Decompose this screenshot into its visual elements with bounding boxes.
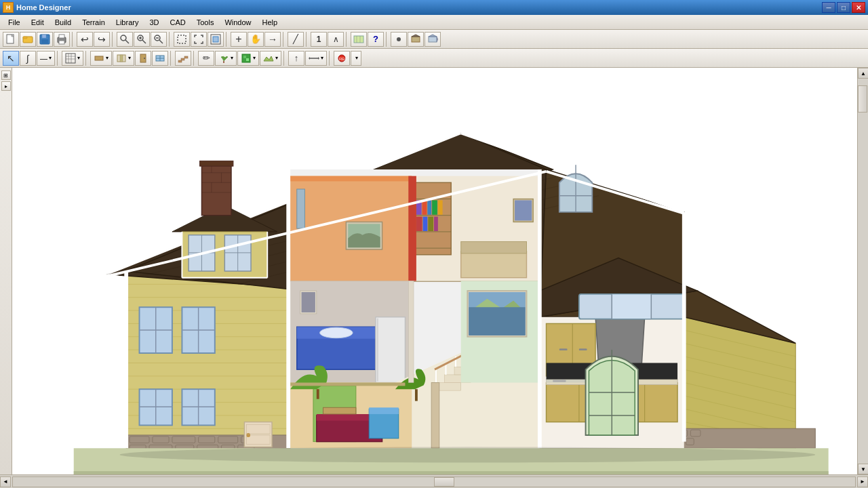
- main-area: ⊞ ▸: [0, 68, 868, 474]
- dimension-dropdown[interactable]: ▾: [305, 51, 327, 66]
- svg-point-23: [397, 37, 401, 41]
- scroll-right-button[interactable]: ►: [857, 476, 868, 487]
- minimize-button[interactable]: ─: [822, 2, 835, 13]
- window-button[interactable]: [152, 51, 168, 66]
- curve-tool-button[interactable]: ∫: [20, 51, 36, 66]
- svg-marker-51: [318, 57, 319, 60]
- redo-button[interactable]: ↪: [94, 32, 110, 47]
- print-button[interactable]: [54, 32, 70, 47]
- maximize-button[interactable]: □: [837, 2, 850, 13]
- svg-marker-28: [437, 37, 438, 42]
- h-scroll-track[interactable]: [12, 476, 856, 487]
- select-rect-button[interactable]: [174, 32, 190, 47]
- open-button[interactable]: [20, 32, 36, 47]
- svg-rect-20: [213, 37, 218, 42]
- svg-rect-182: [376, 317, 406, 383]
- svg-rect-43: [181, 58, 184, 60]
- undo-button[interactable]: ↩: [77, 32, 93, 47]
- record-dropdown[interactable]: ▾: [351, 51, 361, 66]
- svg-line-16: [159, 40, 163, 43]
- line-dropdown[interactable]: —▾: [37, 51, 55, 66]
- svg-rect-240: [553, 380, 566, 382]
- record-button[interactable]: REC: [334, 51, 350, 66]
- menu-cad[interactable]: CAD: [164, 17, 191, 28]
- menu-3d[interactable]: 3D: [144, 17, 164, 28]
- svg-rect-238: [579, 348, 587, 350]
- svg-line-12: [142, 40, 146, 43]
- menu-library[interactable]: Library: [111, 17, 144, 28]
- toolbar-main: ↩ ↪ + ✋ → ╱ 1 ∧ ?: [0, 30, 868, 49]
- map-button[interactable]: [351, 32, 367, 47]
- search-button[interactable]: [117, 32, 133, 47]
- dimension-button[interactable]: ↑: [288, 51, 304, 66]
- menu-edit[interactable]: Edit: [26, 17, 50, 28]
- pan-button[interactable]: ✋: [248, 32, 264, 47]
- svg-point-38: [144, 58, 145, 59]
- stairs-button[interactable]: [175, 51, 191, 66]
- close-button[interactable]: ✕: [852, 2, 865, 13]
- svg-rect-261: [612, 294, 651, 319]
- chevup-button[interactable]: ∧: [328, 32, 344, 47]
- svg-rect-217: [369, 407, 399, 414]
- door-button[interactable]: [135, 51, 151, 66]
- pencil-button[interactable]: ✏: [198, 51, 214, 66]
- svg-rect-275: [682, 212, 686, 442]
- toolbar-secondary: ↖ ∫ —▾ ▾ ▾ ▾ ✏ ▾ ▾ ▾ ↑ ▾: [0, 49, 868, 68]
- h-scroll-thumb[interactable]: [434, 477, 454, 487]
- menu-tools[interactable]: Tools: [191, 17, 220, 28]
- canvas-area[interactable]: [12, 68, 857, 474]
- doll-view-button[interactable]: [425, 32, 441, 47]
- left-tool-2[interactable]: ▸: [1, 81, 11, 91]
- svg-rect-48: [246, 58, 249, 61]
- plant-dropdown[interactable]: ▾: [215, 51, 237, 66]
- wall-dropdown[interactable]: ▾: [90, 51, 112, 66]
- svg-rect-4: [42, 35, 46, 38]
- svg-rect-141: [200, 161, 233, 166]
- scroll-down-button[interactable]: ▼: [858, 464, 868, 474]
- svg-rect-26: [429, 37, 437, 42]
- svg-rect-5: [41, 39, 48, 43]
- scroll-up-button[interactable]: ▲: [858, 68, 868, 79]
- cursor-tool-button[interactable]: ↖: [3, 51, 19, 66]
- svg-rect-2: [23, 37, 27, 39]
- svg-rect-273: [286, 169, 290, 448]
- menu-help[interactable]: Help: [257, 17, 283, 28]
- menu-terrain[interactable]: Terrain: [77, 17, 111, 28]
- zoom-in-button[interactable]: [134, 32, 150, 47]
- svg-marker-25: [412, 35, 420, 37]
- fit-button[interactable]: [208, 32, 224, 47]
- svg-rect-202: [431, 383, 439, 449]
- svg-rect-21: [354, 36, 363, 43]
- left-tool-1[interactable]: ⊞: [1, 70, 11, 80]
- svg-rect-24: [412, 37, 420, 42]
- vertical-scrollbar: ▲ ▼: [857, 68, 868, 474]
- svg-rect-168: [428, 217, 433, 231]
- svg-text:REC: REC: [339, 57, 347, 61]
- camera-3d-button[interactable]: [391, 32, 407, 47]
- scroll-left-button[interactable]: ◄: [0, 476, 11, 487]
- add-button[interactable]: +: [231, 32, 247, 47]
- fullscreen-button[interactable]: [191, 32, 207, 47]
- terrain-dropdown[interactable]: ▾: [260, 51, 281, 66]
- arrow-button[interactable]: →: [264, 32, 281, 47]
- svg-rect-237: [559, 348, 568, 350]
- svg-rect-269: [408, 281, 414, 383]
- menu-window[interactable]: Window: [219, 17, 256, 28]
- help-button[interactable]: ?: [368, 32, 384, 47]
- menu-build[interactable]: Build: [50, 17, 77, 28]
- window-controls: ─ □ ✕: [822, 2, 865, 13]
- walkthrough-button[interactable]: [408, 32, 424, 47]
- save-button[interactable]: [37, 32, 53, 47]
- menu-file[interactable]: File: [3, 17, 26, 28]
- room-dropdown[interactable]: ▾: [113, 51, 134, 66]
- zoom-out-button[interactable]: [151, 32, 167, 47]
- number1-button[interactable]: 1: [311, 32, 327, 47]
- material-dropdown[interactable]: ▾: [237, 51, 259, 66]
- svg-rect-174: [408, 176, 416, 281]
- svg-rect-163: [427, 200, 431, 214]
- new-button[interactable]: [3, 32, 19, 47]
- scroll-thumb[interactable]: [858, 85, 867, 113]
- scroll-track[interactable]: [858, 79, 868, 464]
- grid-dropdown[interactable]: ▾: [62, 51, 83, 66]
- line-tool-button[interactable]: ╱: [288, 32, 304, 47]
